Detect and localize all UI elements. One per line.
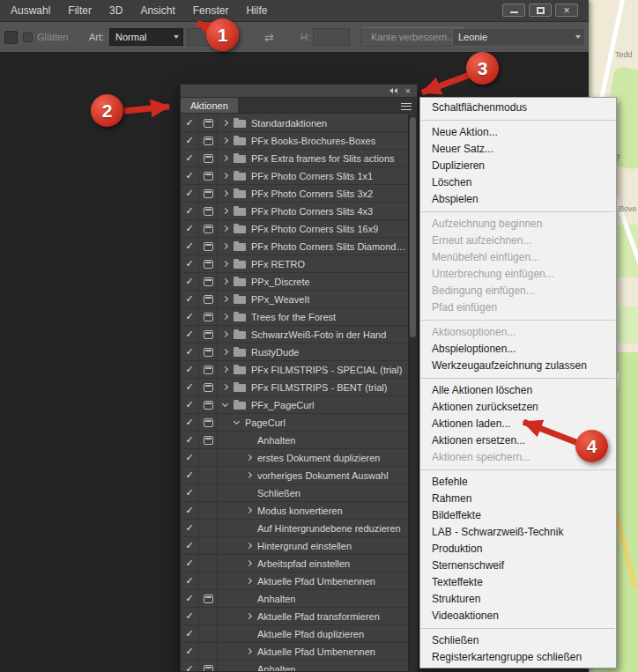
item-check-toggle[interactable]: ✓	[181, 537, 199, 554]
chevron-right-icon[interactable]	[222, 296, 228, 302]
menu-item-löschen[interactable]: Löschen	[420, 174, 616, 191]
menubar-item-hilfe[interactable]: Hilfe	[237, 0, 276, 21]
action-row-schließen[interactable]: ✓Schließen	[181, 484, 408, 502]
action-row-pfx-filmstrips-bent-trial[interactable]: ✓PFx FILMSTRIPS - BENT (trial)	[181, 379, 408, 396]
dialog-toggle[interactable]	[199, 396, 218, 413]
dialog-toggle[interactable]	[199, 449, 218, 466]
dialog-toggle[interactable]	[199, 150, 218, 166]
item-check-toggle[interactable]: ✓	[181, 273, 199, 290]
chevron-right-icon[interactable]	[246, 472, 252, 478]
action-row-pfx-pagecurl[interactable]: ✓PFx_PageCurl	[181, 396, 408, 414]
dialog-toggle[interactable]	[199, 432, 218, 448]
menu-item-bildeffekte[interactable]: Bildeffekte	[420, 507, 616, 524]
item-check-toggle[interactable]: ✓	[181, 185, 199, 202]
chevron-right-icon[interactable]	[222, 243, 228, 249]
dialog-toggle[interactable]	[199, 203, 218, 219]
chevron-right-icon[interactable]	[222, 208, 228, 214]
action-row-rustydude[interactable]: ✓RustyDude	[181, 343, 408, 361]
menu-item-lab-schwarzweiß-technik[interactable]: LAB - Schwarzweiß-Technik	[420, 524, 616, 541]
dialog-toggle[interactable]	[199, 467, 218, 484]
dialog-toggle[interactable]	[199, 185, 218, 202]
dialog-toggle[interactable]	[199, 643, 218, 660]
dialog-toggle[interactable]	[199, 414, 218, 431]
preset-select[interactable]: Leonie	[452, 28, 585, 47]
item-check-toggle[interactable]: ✓	[181, 643, 199, 660]
action-row-anhalten[interactable]: ✓Anhalten	[181, 590, 408, 608]
chevron-right-icon[interactable]	[222, 261, 228, 267]
chevron-right-icon[interactable]	[222, 120, 228, 126]
item-check-toggle[interactable]: ✓	[181, 555, 199, 572]
item-check-toggle[interactable]: ✓	[181, 661, 199, 671]
dialog-toggle[interactable]	[199, 326, 218, 343]
tool-preset-icon[interactable]	[4, 31, 18, 44]
dialog-toggle[interactable]	[199, 291, 218, 307]
action-row-pfx-photo-corners-slits-diamond-s[interactable]: ✓PFx Photo Corners Slits Diamond s...	[181, 238, 408, 255]
chevron-right-icon[interactable]	[246, 560, 252, 566]
chevron-right-icon[interactable]	[222, 366, 228, 373]
menu-item-aktionen-zurücksetzen[interactable]: Aktionen zurücksetzen	[420, 399, 616, 416]
item-check-toggle[interactable]: ✓	[181, 150, 199, 166]
action-row-arbeitspfad-einstellen[interactable]: ✓Arbeitspfad einstellen	[181, 555, 408, 572]
item-check-toggle[interactable]: ✓	[181, 291, 199, 307]
chevron-right-icon[interactable]	[246, 648, 252, 654]
menu-item-rahmen[interactable]: Rahmen	[420, 491, 616, 507]
item-check-toggle[interactable]: ✓	[181, 220, 199, 237]
item-check-toggle[interactable]: ✓	[181, 203, 199, 219]
action-row-aktuelle-pfad-transformieren[interactable]: ✓Aktuelle Pfad transformieren	[181, 608, 408, 625]
action-row-trees-for-the-forest[interactable]: ✓Trees for the Forest	[181, 308, 408, 326]
chevron-right-icon[interactable]	[246, 507, 252, 513]
maximize-button[interactable]	[529, 4, 552, 17]
dialog-toggle[interactable]	[199, 132, 218, 149]
action-row-aktuelle-pfad-umbenennen[interactable]: ✓Aktuelle Pfad Umbenennen	[181, 643, 408, 661]
chevron-right-icon[interactable]	[222, 190, 228, 196]
panel-menu-button[interactable]	[399, 101, 412, 111]
item-check-toggle[interactable]: ✓	[181, 625, 199, 642]
dialog-toggle[interactable]	[199, 308, 218, 325]
menu-item-schließen[interactable]: Schließen	[420, 632, 616, 649]
menu-item-videoaktionen[interactable]: Videoaktionen	[420, 608, 616, 624]
panel-close-icon[interactable]: ×	[405, 86, 411, 96]
menubar-item-ansicht[interactable]: Ansicht	[131, 0, 183, 21]
menu-item-neuer-satz[interactable]: Neuer Satz...	[420, 141, 616, 158]
item-check-toggle[interactable]: ✓	[181, 520, 199, 536]
menu-item-texteffekte[interactable]: Texteffekte	[420, 574, 616, 591]
close-button[interactable]: ×	[555, 4, 578, 17]
dialog-toggle[interactable]	[199, 555, 218, 572]
chevron-down-icon[interactable]	[222, 401, 228, 407]
art-select[interactable]: Normal	[109, 28, 183, 46]
dialog-toggle[interactable]	[199, 484, 218, 501]
item-check-toggle[interactable]: ✓	[181, 432, 199, 448]
menu-item-werkzeugaufzeichnung-zulassen[interactable]: Werkzeugaufzeichnung zulassen	[420, 358, 616, 374]
dialog-toggle[interactable]	[199, 255, 218, 272]
dialog-toggle[interactable]	[199, 114, 218, 131]
item-check-toggle[interactable]: ✓	[181, 396, 199, 413]
action-row-pfx-photo-corners-slits-3x2[interactable]: ✓PFx Photo Corners Slits 3x2	[181, 185, 408, 203]
chevron-down-icon[interactable]	[234, 418, 240, 425]
menubar-item-filter[interactable]: Filter	[59, 0, 100, 21]
item-check-toggle[interactable]: ✓	[181, 379, 199, 395]
chevron-right-icon[interactable]	[222, 384, 228, 390]
panel-scrollbar[interactable]	[408, 114, 417, 671]
dialog-toggle[interactable]	[199, 379, 218, 395]
action-row-standardaktionen[interactable]: ✓Standardaktionen	[181, 114, 408, 132]
item-check-toggle[interactable]: ✓	[181, 114, 199, 131]
minimize-button[interactable]	[502, 4, 525, 17]
dialog-toggle[interactable]	[199, 608, 218, 624]
menubar-item-auswahl[interactable]: Auswahl	[2, 0, 59, 21]
item-check-toggle[interactable]: ✓	[181, 361, 199, 378]
action-row-pfx-photo-corners-slits-16x9[interactable]: ✓PFx Photo Corners Slits 16x9	[181, 220, 408, 238]
action-row-schwarzweiß-foto-in-der-hand[interactable]: ✓SchwarzWeiß-Foto in der Hand	[181, 326, 408, 343]
action-row-modus-konvertieren[interactable]: ✓Modus konvertieren	[181, 502, 408, 520]
action-row-aktuelle-pfad-duplizieren[interactable]: ✓Aktuelle Pfad duplizieren	[181, 625, 408, 643]
item-check-toggle[interactable]: ✓	[181, 608, 199, 624]
dialog-toggle[interactable]	[199, 520, 218, 536]
chevron-right-icon[interactable]	[222, 349, 228, 355]
item-check-toggle[interactable]: ✓	[181, 255, 199, 272]
chevron-right-icon[interactable]	[222, 137, 228, 144]
item-check-toggle[interactable]: ✓	[181, 484, 199, 501]
dialog-toggle[interactable]	[199, 502, 218, 519]
menu-item-strukturen[interactable]: Strukturen	[420, 591, 616, 608]
item-check-toggle[interactable]: ✓	[181, 308, 199, 325]
menu-item-registerkartengruppe-schließen[interactable]: Registerkartengruppe schließen	[420, 649, 616, 666]
chevron-right-icon[interactable]	[246, 578, 252, 584]
